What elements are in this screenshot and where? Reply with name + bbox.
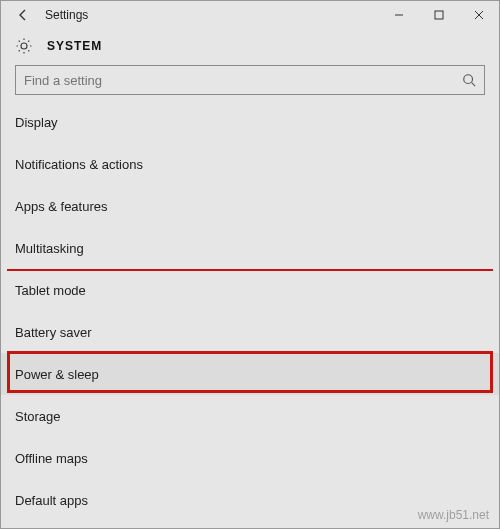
search-box[interactable] [15,65,485,95]
nav-item-label: Display [15,115,58,130]
nav-item-storage[interactable]: Storage [1,395,499,437]
page-heading-row: SYSTEM [1,29,499,65]
nav-item-label: Notifications & actions [15,157,143,172]
maximize-icon [434,10,444,20]
titlebar: Settings [1,1,499,29]
nav-item-label: Offline maps [15,451,88,466]
search-icon [462,73,476,87]
nav-item-about[interactable]: About [1,521,499,529]
search-input[interactable] [24,73,462,88]
nav-item-battery-saver[interactable]: Battery saver [1,311,499,353]
svg-point-4 [464,75,473,84]
nav-item-notifications[interactable]: Notifications & actions [1,143,499,185]
nav-item-display[interactable]: Display [1,101,499,143]
nav-item-label: Battery saver [15,325,92,340]
window-controls [379,1,499,29]
nav-item-label: Storage [15,409,61,424]
svg-rect-1 [435,11,443,19]
nav-item-multitasking[interactable]: Multitasking [1,227,499,269]
nav-item-label: Default apps [15,493,88,508]
minimize-icon [394,10,404,20]
arrow-left-icon [16,8,30,22]
settings-nav-list: Display Notifications & actions Apps & f… [1,95,499,529]
nav-item-power-sleep[interactable]: Power & sleep [1,353,499,395]
page-title: SYSTEM [47,39,102,53]
close-button[interactable] [459,1,499,29]
gear-icon [15,37,33,55]
nav-item-default-apps[interactable]: Default apps [1,479,499,521]
nav-item-label: Tablet mode [15,283,86,298]
window-title: Settings [45,8,88,22]
nav-item-label: Apps & features [15,199,108,214]
svg-line-5 [472,83,476,87]
nav-item-label: Power & sleep [15,367,99,382]
nav-item-offline-maps[interactable]: Offline maps [1,437,499,479]
maximize-button[interactable] [419,1,459,29]
back-button[interactable] [9,1,37,29]
nav-item-apps[interactable]: Apps & features [1,185,499,227]
nav-item-tablet-mode[interactable]: Tablet mode [1,269,499,311]
minimize-button[interactable] [379,1,419,29]
close-icon [474,10,484,20]
nav-item-label: Multitasking [15,241,84,256]
